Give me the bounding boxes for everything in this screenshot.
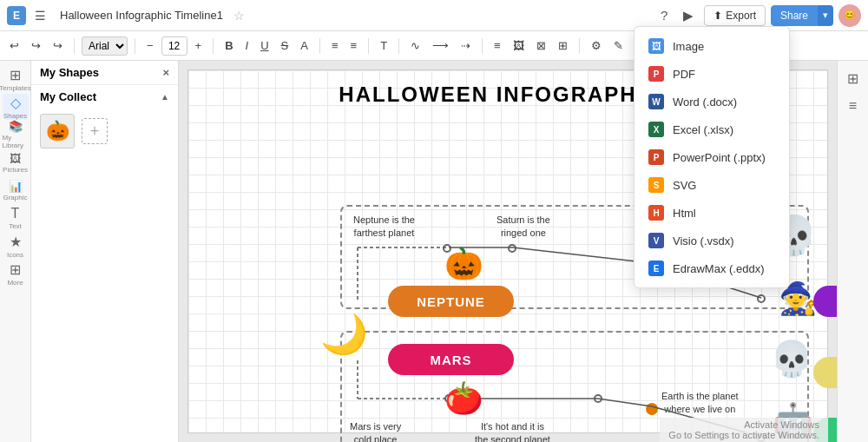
share-group: Share ▾ [771,5,833,26]
redo2-button[interactable]: ↪ [49,37,67,54]
export-icon: ⬆ [713,10,722,22]
export-html-icon: H [648,205,664,221]
export-pdf-icon: P [648,66,664,82]
font-increase-button[interactable]: + [191,37,207,54]
export-svg[interactable]: S SVG [635,171,789,199]
library-icon[interactable]: 📚My Library [3,122,29,148]
connector-button[interactable]: ⟶ [428,37,453,54]
neptune-button[interactable]: NEPTUNE [388,286,514,317]
export-ppt-icon: P [648,149,664,165]
crop-button[interactable]: ⊠ [532,37,550,54]
star-icon[interactable]: ☆ [233,9,245,23]
panel-icon-1[interactable]: ⊞ [841,66,865,90]
export-edraw[interactable]: E EdrawMax (.eddx) [635,254,789,282]
windows-activation-notice: Activate Windows Go to Settings to activ… [660,418,828,442]
mars-info: Mars is verycold place [350,420,401,442]
font-color-button[interactable]: A [296,37,312,54]
export-svg-icon: S [648,177,664,193]
export-visio[interactable]: V Visio (.vsdx) [635,227,789,254]
templates-icon[interactable]: ⊞Templates [3,66,29,92]
skull-gold-emoji: 💀 [770,341,813,376]
panel-icon-2[interactable]: ≡ [841,94,865,118]
help-icon[interactable]: ? [655,6,673,24]
right-panel: ⊞ ≡ [837,61,868,442]
earth-info: Earth is the planetwhere we live on [661,390,739,417]
left-sidebar: My Shapes × My Collect ▲ 🎃 + [31,61,179,442]
redo-button[interactable]: ↪ [27,37,45,54]
export-edraw-icon: E [648,261,664,276]
saturn-info: Saturn is theringed one [496,214,550,241]
shapes-icon[interactable]: ◇Shapes [3,94,29,120]
share-dropdown-arrow[interactable]: ▾ [818,5,833,26]
export-image[interactable]: 🖼 Image [635,32,789,60]
play-icon[interactable]: ▶ [678,6,699,25]
pictures-icon[interactable]: 🖼Pictures [3,149,29,175]
font-size-input[interactable] [161,36,187,56]
align-button[interactable]: ≡ [327,37,343,54]
pumpkin-top-emoji: 🎃 [444,248,483,280]
second-info: It's hot and it isthe second planet [475,420,550,442]
export-image-icon: 🖼 [648,38,664,54]
connector-dot-2 [508,244,516,253]
bold-button[interactable]: B [220,37,237,54]
sidebar-section: My Collect ▲ [31,85,178,109]
sidebar-items: 🎃 + [31,109,178,154]
user-avatar[interactable]: 😊 [838,4,861,27]
moon-emoji: 🌙 [320,315,368,353]
share-button[interactable]: Share [771,5,818,26]
pumpkin-bottom-emoji: 🍅 [444,383,483,414]
undo-button[interactable]: ↩ [5,37,23,54]
sidebar-header: My Shapes × [31,61,178,85]
table-button[interactable]: ⊞ [554,37,572,54]
sidebar-close-icon[interactable]: × [162,66,169,79]
underline-button[interactable]: U [256,37,273,54]
text-icon[interactable]: TText [3,205,29,231]
export-excel-icon: X [648,122,664,137]
italic-button[interactable]: I [241,37,253,54]
export-html[interactable]: H Html [635,199,789,227]
neptune-info: Neptune is thefarthest planet [353,214,415,241]
more-icon[interactable]: ⊞More [3,261,29,287]
graphics-icon[interactable]: 📊Graphic [3,177,29,203]
add-shape-button[interactable]: + [82,118,108,144]
settings-button[interactable]: ⚙ [587,37,606,54]
menu-icon[interactable]: ☰ [31,7,49,24]
line-button[interactable]: ∿ [406,37,424,54]
shape-thumbnail[interactable]: 🎃 [40,114,75,148]
edit-button[interactable]: ✎ [609,37,628,54]
earth-button[interactable]: EARTH [813,357,837,388]
mars-button[interactable]: MARS [388,344,514,375]
font-select[interactable]: Arial [82,36,128,56]
text-style-button[interactable]: T [376,37,391,54]
icon-strip: ⊞Templates ◇Shapes 📚My Library 🖼Pictures… [0,61,31,442]
export-visio-icon: V [648,233,664,248]
font-decrease-button[interactable]: − [142,37,158,54]
image-button[interactable]: 🖼 [509,37,529,54]
export-word[interactable]: W Word (.docx) [635,88,789,115]
icons-icon[interactable]: ★Icons [3,233,29,259]
connector-dot-5 [594,394,602,403]
export-button[interactable]: ⬆ Export [704,5,766,26]
app-logo: E [7,6,26,25]
sidebar-collapse-icon[interactable]: ▲ [161,92,169,102]
strikethrough-button[interactable]: S [277,37,293,54]
list-button[interactable]: ≡ [490,37,505,54]
canvas-title: HALLOWEEN INFOGRAPHICS [339,82,676,107]
doc-title: Halloween Infographic Timeline1 [60,9,223,22]
export-pdf[interactable]: P PDF [635,60,789,88]
export-dropdown: 🖼 Image P PDF W Word (.docx) X Excel (.x… [634,26,790,288]
dash-button[interactable]: ⇢ [457,37,475,54]
export-word-icon: W [648,94,664,109]
export-ppt[interactable]: P PowerPoint (.pptx) [635,143,789,171]
align2-button[interactable]: ≡ [346,37,362,54]
connector-dot-3 [757,294,766,303]
export-excel[interactable]: X Excel (.xlsx) [635,115,789,143]
connector-dot-orange [646,403,658,415]
